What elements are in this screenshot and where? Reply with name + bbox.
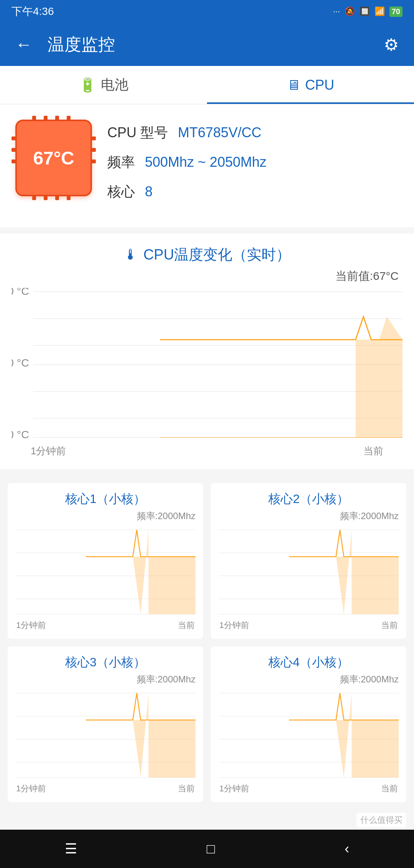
cpu-freq-row: 频率 500Mhz ~ 2050Mhz bbox=[107, 153, 399, 172]
cpu-tab-label: CPU bbox=[305, 77, 334, 93]
cpu-temperature-display: 67°C bbox=[33, 148, 74, 169]
page-title: 温度监控 bbox=[48, 33, 380, 56]
status-icons: ··· 🔕 🔲 📶 70 bbox=[333, 7, 402, 17]
tab-cpu[interactable]: 🖥 CPU bbox=[207, 66, 414, 104]
app-bar: ← 温度监控 ⚙ bbox=[0, 23, 414, 66]
core-1-labels: 1分钟前 当前 bbox=[15, 618, 196, 631]
back-nav-button[interactable]: ‹ bbox=[337, 833, 357, 865]
chart-x-labels: 1分钟前 当前 bbox=[12, 441, 402, 458]
battery-tab-icon: 🔋 bbox=[79, 77, 96, 93]
core-1-freq: 频率:2000Mhz bbox=[15, 510, 196, 522]
cpu-freq-label: 频率 bbox=[107, 154, 135, 170]
core-4-x-end: 当前 bbox=[381, 783, 398, 794]
cpu-model-label: CPU 型号 bbox=[107, 125, 168, 140]
temp-chart-section: 🌡 CPU温度变化（实时） 当前值:67°C 100 °C 50 °C 0 °C bbox=[0, 233, 414, 469]
core-2-labels: 1分钟前 当前 bbox=[219, 618, 399, 631]
sim-icon: 🔲 bbox=[360, 7, 370, 16]
bottom-nav: ☰ □ ‹ bbox=[0, 830, 414, 868]
svg-text:50 °C: 50 °C bbox=[12, 357, 29, 369]
core-1-svg bbox=[15, 526, 196, 618]
svg-marker-23 bbox=[289, 530, 399, 614]
back-button[interactable]: ← bbox=[12, 31, 36, 58]
svg-marker-29 bbox=[86, 693, 196, 778]
core-3-x-start: 1分钟前 bbox=[16, 783, 46, 794]
svg-marker-10 bbox=[160, 317, 402, 437]
chip-pins-right bbox=[90, 136, 96, 163]
core-4-svg bbox=[219, 689, 399, 781]
core-2-chart bbox=[219, 526, 399, 618]
core-3-chart bbox=[15, 689, 196, 781]
cpu-tab-icon: 🖥 bbox=[287, 77, 301, 93]
cpu-cores-label: 核心 bbox=[107, 184, 135, 199]
core-4-freq: 频率:2000Mhz bbox=[219, 673, 399, 686]
chart-x-end: 当前 bbox=[363, 444, 383, 458]
core-3-x-end: 当前 bbox=[178, 783, 195, 794]
chart-title-text: CPU温度变化（实时） bbox=[143, 245, 291, 265]
core-2-card: 核心2（小核） 频率:2000Mhz 1分钟前 当前 bbox=[211, 483, 406, 639]
thermometer-icon: 🌡 bbox=[123, 247, 138, 263]
core-1-chart bbox=[15, 526, 196, 618]
battery-indicator: 70 bbox=[389, 7, 402, 17]
chip-pins-left bbox=[12, 136, 17, 163]
core-2-svg bbox=[219, 526, 399, 618]
svg-marker-35 bbox=[289, 693, 399, 778]
current-temp-value: 当前值:67°C bbox=[12, 268, 402, 284]
cpu-freq-value: 500Mhz ~ 2050Mhz bbox=[145, 154, 266, 170]
core-4-chart bbox=[219, 689, 399, 781]
cpu-info-section: 67°C CPU 型号 MT6785V/CC 频率 500Mhz ~ 2050M… bbox=[0, 104, 414, 227]
core-3-title: 核心3（小核） bbox=[15, 654, 196, 671]
core-4-title: 核心4（小核） bbox=[219, 654, 399, 671]
status-time: 下午4:36 bbox=[12, 4, 54, 19]
home-button[interactable]: □ bbox=[199, 833, 223, 865]
core-4-x-start: 1分钟前 bbox=[219, 783, 249, 794]
cpu-cores-value: 8 bbox=[145, 184, 153, 199]
settings-button[interactable]: ⚙ bbox=[380, 31, 402, 58]
cores-grid: 核心1（小核） 频率:2000Mhz 1分钟前 当前 核心2（小核） 频率:20… bbox=[0, 475, 414, 810]
cpu-cores-row: 核心 8 bbox=[107, 182, 399, 201]
chart-title: 🌡 CPU温度变化（实时） bbox=[12, 245, 402, 265]
core-1-title: 核心1（小核） bbox=[15, 491, 196, 508]
tab-bar: 🔋 电池 🖥 CPU bbox=[0, 66, 414, 104]
main-chart-svg: 100 °C 50 °C 0 °C bbox=[12, 288, 402, 441]
chart-x-start: 1分钟前 bbox=[31, 444, 66, 458]
core-1-card: 核心1（小核） 频率:2000Mhz 1分钟前 当前 bbox=[8, 483, 203, 639]
core-2-x-start: 1分钟前 bbox=[219, 620, 249, 631]
core-2-x-end: 当前 bbox=[381, 620, 398, 631]
core-2-title: 核心2（小核） bbox=[219, 491, 399, 508]
cpu-model-value: MT6785V/CC bbox=[178, 125, 261, 140]
wifi-icon: 📶 bbox=[375, 7, 385, 16]
svg-text:0 °C: 0 °C bbox=[12, 428, 29, 441]
battery-tab-label: 电池 bbox=[101, 76, 128, 94]
dots-icon: ··· bbox=[333, 7, 340, 16]
core-3-svg bbox=[15, 689, 196, 781]
svg-marker-17 bbox=[86, 530, 196, 614]
cpu-model-row: CPU 型号 MT6785V/CC bbox=[107, 123, 399, 142]
core-3-labels: 1分钟前 当前 bbox=[15, 781, 196, 794]
menu-button[interactable]: ☰ bbox=[57, 833, 85, 865]
mute-icon: 🔕 bbox=[345, 7, 355, 16]
tab-battery[interactable]: 🔋 电池 bbox=[0, 66, 207, 104]
core-4-card: 核心4（小核） 频率:2000Mhz 1分钟前 当前 bbox=[211, 646, 406, 802]
core-1-x-start: 1分钟前 bbox=[16, 620, 46, 631]
cpu-details: CPU 型号 MT6785V/CC 频率 500Mhz ~ 2050Mhz 核心… bbox=[107, 120, 399, 212]
core-2-freq: 频率:2000Mhz bbox=[219, 510, 399, 522]
watermark: 什么值得买 bbox=[356, 813, 406, 827]
main-chart-container: 100 °C 50 °C 0 °C bbox=[12, 288, 402, 441]
core-3-freq: 频率:2000Mhz bbox=[15, 673, 196, 686]
core-3-card: 核心3（小核） 频率:2000Mhz 1分钟前 当前 bbox=[8, 646, 203, 802]
cpu-chip-icon: 67°C bbox=[15, 120, 92, 196]
svg-text:100 °C: 100 °C bbox=[12, 288, 29, 297]
core-4-labels: 1分钟前 当前 bbox=[219, 781, 399, 794]
status-bar: 下午4:36 ··· 🔕 🔲 📶 70 bbox=[0, 0, 414, 23]
core-1-x-end: 当前 bbox=[178, 620, 195, 631]
